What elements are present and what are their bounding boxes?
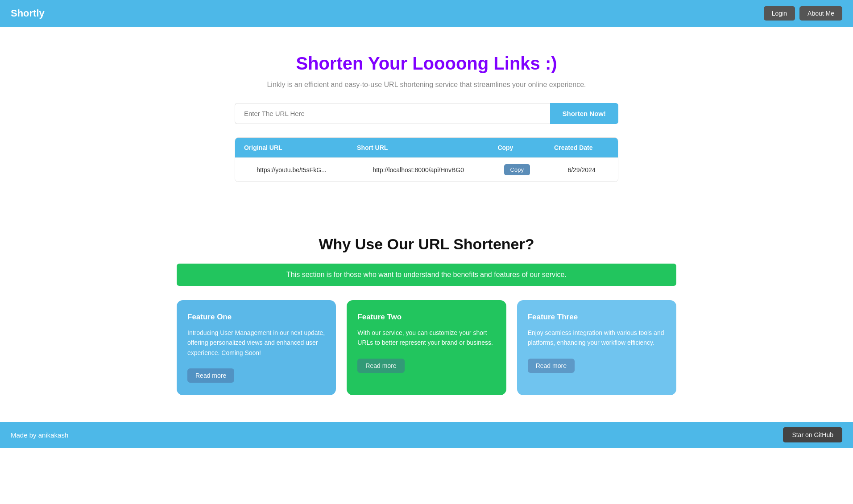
cell-date: 6/29/2024 bbox=[545, 158, 618, 182]
feature-card-3: Feature Three Enjoy seamless integration… bbox=[517, 300, 676, 395]
nav-buttons: Login About Me bbox=[764, 6, 842, 21]
read-more-button-2[interactable]: Read more bbox=[357, 359, 404, 373]
feature-card-1: Feature One Introducing User Management … bbox=[177, 300, 336, 395]
read-more-button-1[interactable]: Read more bbox=[187, 368, 234, 383]
footer: Made by anikakash Star on GitHub bbox=[0, 422, 853, 448]
about-button[interactable]: About Me bbox=[799, 6, 842, 21]
url-table-wrapper: Original URL Short URL Copy Created Date… bbox=[235, 137, 618, 182]
read-more-button-3[interactable]: Read more bbox=[528, 359, 575, 373]
table-row: https://youtu.be/t5sFkG... http://localh… bbox=[235, 158, 618, 182]
feature-desc-1: Introducing User Management in our next … bbox=[187, 328, 325, 358]
feature-title-3: Feature Three bbox=[528, 313, 666, 322]
url-input-area: Shorten Now! bbox=[235, 103, 618, 124]
why-section: Why Use Our URL Shortener? This section … bbox=[168, 227, 685, 422]
url-input[interactable] bbox=[235, 103, 550, 124]
col-copy: Copy bbox=[489, 138, 545, 158]
feature-title-2: Feature Two bbox=[357, 313, 495, 322]
hero-section: Shorten Your Loooong Links :) Linkly is … bbox=[0, 27, 853, 227]
cell-copy: Copy bbox=[489, 158, 545, 182]
col-original: Original URL bbox=[235, 138, 348, 158]
col-short: Short URL bbox=[348, 138, 489, 158]
feature-desc-3: Enjoy seamless integration with various … bbox=[528, 328, 666, 348]
table-body: https://youtu.be/t5sFkG... http://localh… bbox=[235, 158, 618, 182]
github-button[interactable]: Star on GitHub bbox=[783, 427, 842, 442]
cell-short: http://localhost:8000/api/HnvBG0 bbox=[348, 158, 489, 182]
navbar: Shortly Login About Me bbox=[0, 0, 853, 27]
feature-card-2: Feature Two With our service, you can cu… bbox=[347, 300, 506, 395]
why-title: Why Use Our URL Shortener? bbox=[177, 235, 676, 253]
feature-title-1: Feature One bbox=[187, 313, 325, 322]
copy-button[interactable]: Copy bbox=[504, 164, 530, 175]
hero-subtitle: Linkly is an efficient and easy-to-use U… bbox=[9, 81, 844, 89]
hero-title: Shorten Your Loooong Links :) bbox=[9, 54, 844, 74]
feature-desc-2: With our service, you can customize your… bbox=[357, 328, 495, 348]
why-banner: This section is for those who want to un… bbox=[177, 264, 676, 286]
shorten-button[interactable]: Shorten Now! bbox=[550, 103, 619, 124]
cell-original: https://youtu.be/t5sFkG... bbox=[235, 158, 348, 182]
features-grid: Feature One Introducing User Management … bbox=[177, 300, 676, 395]
login-button[interactable]: Login bbox=[764, 6, 795, 21]
footer-made-by: Made by anikakash bbox=[11, 431, 68, 439]
url-table: Original URL Short URL Copy Created Date… bbox=[235, 138, 618, 182]
col-date: Created Date bbox=[545, 138, 618, 158]
brand-logo: Shortly bbox=[11, 8, 45, 19]
table-header: Original URL Short URL Copy Created Date bbox=[235, 138, 618, 158]
